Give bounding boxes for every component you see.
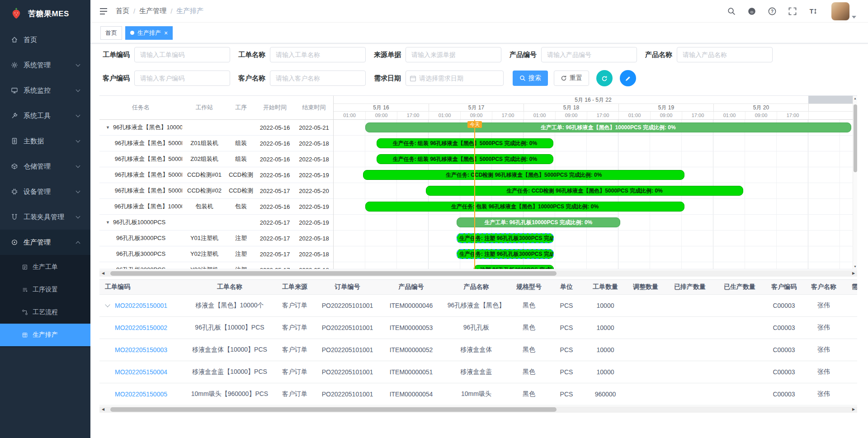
gantt-cell: Y02注塑机 — [182, 250, 226, 258]
sidebar-subitem-process-flow[interactable]: 工艺流程 — [0, 301, 90, 324]
user-menu[interactable] — [831, 2, 856, 20]
orders-cell: 2022 — [844, 346, 857, 353]
gantt-day-header: 5月 20 — [713, 104, 808, 111]
tab-production-schedule[interactable]: 生产排产× — [125, 26, 173, 40]
gantt-grid-row[interactable]: 96孔孔板3000PCSY02注塑机注塑2022-05-172022-05-18 — [99, 246, 333, 262]
gantt-day-header: 5月 18 — [524, 104, 618, 111]
gantt-bar[interactable]: 生产任务: CCD检测 96孔移液盒【黑色】5000PCS 完成比例: 0% — [363, 170, 684, 180]
orders-row[interactable]: MO202205150003移液盒盒体【10000】PCS客户订单PO20220… — [99, 339, 857, 361]
gantt-bar[interactable]: 生产任务: 注塑 96孔孔板3000PCS 完成比例: 0% — [457, 233, 554, 243]
close-icon[interactable]: × — [164, 30, 168, 36]
order-code-link[interactable]: MO202205150004 — [115, 368, 167, 376]
scroll-left-arrow-icon[interactable]: ◀ — [99, 270, 107, 277]
gantt-task-name: ▼96孔移液盒【黑色】10000PCS — [99, 123, 182, 132]
sidebar-subitem-production-schedule[interactable]: 生产排产 — [0, 324, 90, 346]
scroll-up-arrow-icon[interactable]: ▲ — [854, 96, 857, 101]
orders-horizontal-scrollbar[interactable]: ◀ ▶ — [99, 406, 857, 413]
sidebar-subitem-process-setup[interactable]: 工序设置 — [0, 278, 90, 301]
scroll-left-arrow-icon[interactable]: ◀ — [99, 406, 107, 413]
sidebar-item-tools[interactable]: 系统工具 — [0, 103, 90, 128]
collapse-triangle-icon[interactable]: ▼ — [106, 220, 110, 225]
gantt-bar[interactable]: 生产任务: 注塑 96孔孔板3000PCS 完成比例: 0% — [457, 249, 554, 259]
demand-date-input[interactable] — [419, 75, 500, 82]
sidebar-item-warehouse[interactable]: 仓储管理 — [0, 154, 90, 179]
github-icon[interactable] — [747, 7, 756, 16]
orders-row[interactable]: MO20220515000510mm吸头【960000】PCS客户订单PO202… — [99, 383, 857, 405]
customer-code-input[interactable] — [134, 71, 230, 86]
orders-cell: 10000 — [585, 346, 626, 353]
work-order-name-input[interactable] — [270, 47, 366, 62]
breadcrumb-item[interactable]: 首页 — [116, 7, 129, 15]
edit-button[interactable] — [620, 70, 636, 86]
orders-row[interactable]: MO202205150004移液盒盒盖【10000】PCS客户订单PO20220… — [99, 361, 857, 383]
orders-row[interactable]: MO202205150001移液盒【黑色】10000个客户订单PO2022051… — [99, 295, 857, 317]
gantt-bar[interactable]: 生产任务: 组装 96孔移液盒【黑色】5000PCS 完成比例: 0% — [377, 138, 553, 148]
gantt-grid-row[interactable]: 96孔移液盒【黑色】5000PCSCCD检测#02CCD检测2022-05-17… — [99, 183, 333, 199]
gantt-bar[interactable]: 生产任务: 注塑 96孔孔板3000PCS 完成比例: 0% — [474, 265, 554, 269]
sidebar-item-system[interactable]: 系统管理 — [0, 52, 90, 78]
product-name-input[interactable] — [677, 47, 773, 62]
help-icon[interactable]: ? — [768, 7, 777, 16]
gantt-grid-row[interactable]: 96孔孔板3000PCSY03注塑机注塑2022-05-172022-05-18 — [99, 262, 333, 269]
gantt-cell: 包装机 — [182, 203, 226, 211]
filter-label: 来源单据 — [374, 51, 401, 59]
gantt-cell: CCD检测 — [226, 187, 255, 195]
gantt-bar[interactable]: 生产工单: 96孔孔板10000PCS 完成比例: 0% — [457, 217, 620, 227]
gantt-grid-row[interactable]: ▼96孔移液盒【黑色】10000PCS2022-05-162022-05-21 — [99, 120, 333, 136]
sidebar-item-master-data[interactable]: 主数据 — [0, 128, 90, 154]
sidebar-toggle-icon[interactable] — [99, 6, 108, 16]
order-code-link[interactable]: MO202205150005 — [115, 391, 167, 398]
gantt-grid-row[interactable]: 96孔移液盒【黑色】10000PCS包装机包装2022-05-162022-05… — [99, 199, 333, 215]
gantt-bar[interactable]: 生产任务: 组装 96孔移液盒【黑色】5000PCS 完成比例: 0% — [377, 154, 553, 164]
vertical-scroll-thumb[interactable] — [854, 104, 857, 172]
source-doc-input[interactable] — [406, 47, 501, 62]
gantt-grid-row[interactable]: 96孔移液盒【黑色】5000PCSCCD检测#01CCD检测2022-05-16… — [99, 167, 333, 183]
search-icon[interactable] — [727, 7, 736, 16]
sidebar-item-equipment[interactable]: 设备管理 — [0, 179, 90, 204]
horizontal-scroll-thumb[interactable] — [110, 407, 556, 412]
gantt-cell: 2022-05-17 — [255, 251, 294, 258]
sidebar-item-label: 生产管理 — [24, 238, 51, 247]
orders-cell: PCS — [548, 391, 585, 398]
gantt-bar[interactable]: 生产任务: 包装 96孔移液盒【黑色】10000PCS 完成比例: 0% — [365, 202, 684, 212]
order-code-link[interactable]: MO202205150003 — [115, 346, 167, 353]
font-size-icon[interactable]: T — [808, 7, 817, 16]
scroll-right-arrow-icon[interactable]: ▶ — [850, 406, 857, 413]
scroll-right-arrow-icon[interactable]: ▶ — [850, 270, 857, 277]
fullscreen-icon[interactable] — [788, 7, 797, 16]
gantt-grid-row[interactable]: 96孔移液盒【黑色】5000PCSZ01组装机组装2022-05-162022-… — [99, 136, 333, 151]
sidebar-item-production[interactable]: 生产管理 — [0, 230, 90, 255]
order-code-link[interactable]: MO202205150002 — [115, 324, 167, 331]
order-code-link[interactable]: MO202205150001 — [115, 302, 167, 309]
avatar[interactable] — [831, 2, 849, 20]
product-code-input[interactable] — [541, 47, 637, 62]
horizontal-scroll-thumb[interactable] — [110, 271, 556, 276]
search-button[interactable]: 搜索 — [513, 71, 548, 86]
breadcrumb-separator: / — [170, 7, 172, 15]
reset-button[interactable]: 重置 — [554, 71, 589, 86]
sidebar-item-monitor[interactable]: 系统监控 — [0, 78, 90, 103]
gantt-vertical-scrollbar[interactable]: ▲ ▼ — [853, 96, 857, 269]
gantt-grid-row[interactable]: ▼96孔孔板10000PCS2022-05-172022-05-19 — [99, 215, 333, 231]
sidebar-item-home[interactable]: 首页 — [0, 27, 90, 52]
work-order-code-input[interactable] — [134, 47, 230, 62]
breadcrumb-item[interactable]: 生产管理 — [139, 7, 166, 15]
scroll-down-arrow-icon[interactable]: ▼ — [854, 264, 857, 269]
gantt-bar[interactable]: 生产任务: CCD检测 96孔移液盒【黑色】5000PCS 完成比例: 0% — [426, 186, 743, 196]
gantt-bar[interactable]: 生产工单: 96孔移液盒【黑色】10000PCS 完成比例: 0% — [365, 122, 851, 132]
sidebar-item-label: 工装夹具管理 — [24, 213, 64, 221]
customer-name-input[interactable] — [270, 71, 366, 86]
sidebar-subitem-work-order[interactable]: 生产工单 — [0, 256, 90, 278]
sidebar-item-fixture[interactable]: 工装夹具管理 — [0, 204, 90, 230]
collapse-triangle-icon[interactable]: ▼ — [106, 125, 110, 130]
gantt-grid-row[interactable]: 96孔移液盒【黑色】5000PCSZ02组装机组装2022-05-162022-… — [99, 151, 333, 167]
expand-caret-icon[interactable] — [105, 302, 110, 307]
tab-home[interactable]: 首页 — [100, 26, 122, 40]
gantt-cell: 注塑 — [226, 266, 255, 269]
gantt-grid-row[interactable]: 96孔孔板3000PCSY01注塑机注塑2022-05-172022-05-18 — [99, 231, 333, 246]
refresh-gantt-button[interactable] — [596, 70, 613, 86]
orders-row[interactable]: MO20220515000296孔孔板【10000】PCS客户订单PO20220… — [99, 317, 857, 339]
orders-cell: 张伟 — [803, 301, 844, 310]
workorder-icon — [22, 264, 28, 270]
gantt-horizontal-scrollbar[interactable]: ◀ ▶ — [99, 270, 857, 277]
